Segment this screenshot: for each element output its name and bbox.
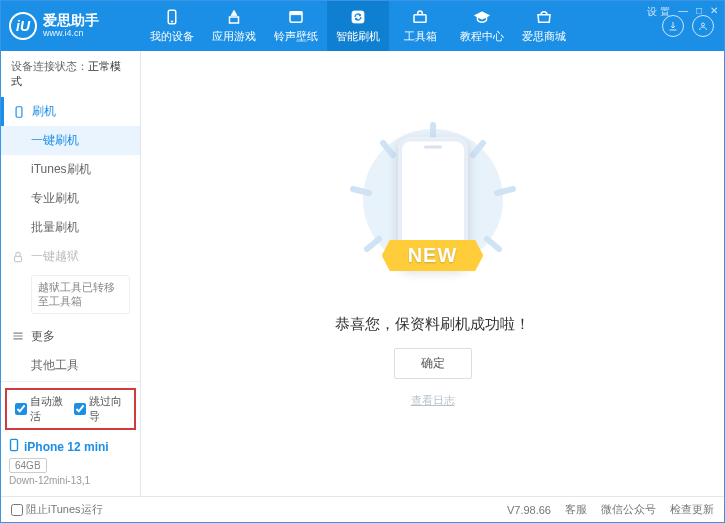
svg-rect-2	[230, 17, 239, 23]
store-icon	[535, 8, 553, 26]
success-illustration: NEW	[323, 119, 543, 299]
phone-outline-icon	[12, 105, 26, 119]
nav-toolbox[interactable]: 工具箱	[389, 1, 451, 51]
auto-activate-checkbox[interactable]: 自动激活	[15, 394, 68, 424]
sidebar-group-jailbreak[interactable]: 一键越狱	[1, 242, 140, 271]
nav-my-device[interactable]: 我的设备	[141, 1, 203, 51]
nav-ringtone-wallpaper[interactable]: 铃声壁纸	[265, 1, 327, 51]
main-content: NEW 恭喜您，保资料刷机成功啦！ 确定 查看日志	[141, 51, 724, 496]
toolbox-icon	[411, 8, 429, 26]
svg-rect-4	[290, 12, 302, 15]
device-model: Down-12mini-13,1	[9, 475, 132, 486]
refresh-icon	[349, 8, 367, 26]
nav-label: 我的设备	[150, 29, 194, 44]
options-row: 自动激活 跳过向导	[5, 388, 136, 430]
nav-label: 教程中心	[460, 29, 504, 44]
block-itunes-checkbox[interactable]: 阻止iTunes运行	[11, 502, 103, 517]
brand-url: www.i4.cn	[43, 29, 99, 39]
nav-apps-games[interactable]: 应用游戏	[203, 1, 265, 51]
support-link[interactable]: 客服	[565, 502, 587, 517]
view-log-link[interactable]: 查看日志	[411, 393, 455, 408]
footer: 阻止iTunes运行 V7.98.66 客服 微信公众号 检查更新	[1, 496, 724, 522]
sidebar: 设备连接状态：正常模式 刷机 一键刷机 iTunes刷机 专业刷机 批量刷机 一…	[1, 51, 141, 496]
phone-icon	[163, 8, 181, 26]
sidebar-bottom: 自动激活 跳过向导 iPhone 12 mini 64GB Down-12min…	[1, 381, 140, 496]
device-icon	[9, 438, 19, 455]
brand-name: 爱思助手	[43, 13, 99, 28]
wechat-link[interactable]: 微信公众号	[601, 502, 656, 517]
new-ribbon: NEW	[382, 240, 484, 271]
device-status: 设备连接状态：正常模式	[1, 51, 140, 97]
graduation-icon	[473, 8, 491, 26]
brand-logo-icon: iU	[9, 12, 37, 40]
svg-point-1	[171, 21, 173, 23]
nav-label: 应用游戏	[212, 29, 256, 44]
svg-rect-5	[352, 11, 364, 23]
nav-label: 工具箱	[404, 29, 437, 44]
nav-tutorials[interactable]: 教程中心	[451, 1, 513, 51]
nav-smart-flash[interactable]: 智能刷机	[327, 1, 389, 51]
svg-line-18	[487, 239, 499, 249]
nav-label: 爱思商城	[522, 29, 566, 44]
svg-rect-8	[16, 106, 22, 117]
sidebar-item-oneclick-flash[interactable]: 一键刷机	[1, 126, 140, 155]
nav-label: 铃声壁纸	[274, 29, 318, 44]
sidebar-item-batch-flash[interactable]: 批量刷机	[1, 213, 140, 242]
svg-point-7	[702, 23, 705, 26]
minimize-button[interactable]: —	[678, 5, 688, 19]
svg-rect-6	[414, 15, 426, 23]
title-bar: iU 爱思助手 www.i4.cn 我的设备 应用游戏 铃声壁纸 智能刷机	[1, 1, 724, 51]
sidebar-item-other-tools[interactable]: 其他工具	[1, 351, 140, 380]
version-label: V7.98.66	[507, 504, 551, 516]
svg-line-17	[367, 239, 379, 249]
sidebar-item-pro-flash[interactable]: 专业刷机	[1, 184, 140, 213]
sidebar-group-more[interactable]: 更多	[1, 322, 140, 351]
wallpaper-icon	[287, 8, 305, 26]
device-storage-badge: 64GB	[9, 458, 47, 473]
sidebar-item-itunes-flash[interactable]: iTunes刷机	[1, 155, 140, 184]
menu-icon	[11, 329, 25, 343]
brand: iU 爱思助手 www.i4.cn	[1, 12, 141, 40]
maximize-button[interactable]: □	[696, 5, 702, 19]
main-nav: 我的设备 应用游戏 铃声壁纸 智能刷机 工具箱 教程中心	[141, 1, 662, 51]
app-window: 设 置 — □ ✕ iU 爱思助手 www.i4.cn 我的设备 应用游戏 铃声…	[0, 0, 725, 523]
nav-label: 智能刷机	[336, 29, 380, 44]
nav-store[interactable]: 爱思商城	[513, 1, 575, 51]
lock-icon	[11, 250, 25, 264]
connected-device[interactable]: iPhone 12 mini 64GB Down-12mini-13,1	[1, 436, 140, 488]
apps-icon	[225, 8, 243, 26]
window-controls: 设 置 — □ ✕	[647, 5, 718, 19]
close-button[interactable]: ✕	[710, 5, 718, 19]
svg-line-16	[353, 189, 369, 193]
ok-button[interactable]: 确定	[394, 348, 472, 379]
sidebar-group-flash[interactable]: 刷机	[8, 97, 66, 126]
success-message: 恭喜您，保资料刷机成功啦！	[335, 315, 530, 334]
app-body: 设备连接状态：正常模式 刷机 一键刷机 iTunes刷机 专业刷机 批量刷机 一…	[1, 51, 724, 496]
svg-rect-9	[15, 256, 22, 261]
skip-guide-checkbox[interactable]: 跳过向导	[74, 394, 127, 424]
svg-line-14	[497, 189, 513, 193]
svg-rect-10	[11, 439, 18, 450]
check-update-link[interactable]: 检查更新	[670, 502, 714, 517]
settings-link[interactable]: 设 置	[647, 5, 670, 19]
jailbreak-note: 越狱工具已转移至工具箱	[31, 275, 130, 314]
